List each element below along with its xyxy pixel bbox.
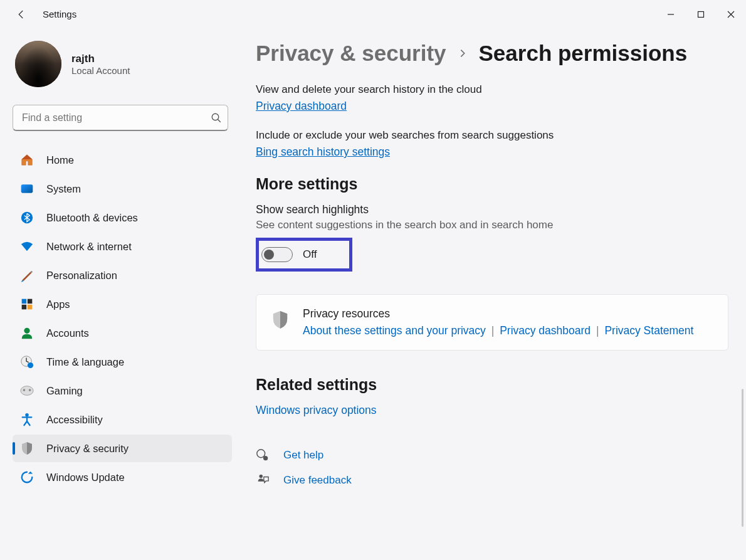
accounts-icon bbox=[20, 326, 34, 340]
svg-rect-5 bbox=[21, 185, 33, 193]
help-icon: ? bbox=[256, 448, 270, 462]
shield-icon bbox=[20, 441, 34, 455]
system-icon bbox=[20, 182, 34, 196]
toggle-state-label: Off bbox=[303, 248, 317, 261]
separator: | bbox=[596, 324, 599, 337]
sidebar-item-personalization[interactable]: Personalization bbox=[13, 262, 232, 289]
sidebar-item-label: Accessibility bbox=[46, 414, 103, 426]
svg-point-14 bbox=[21, 386, 33, 396]
sidebar-item-accessibility[interactable]: Accessibility bbox=[13, 406, 232, 433]
about-settings-link[interactable]: About these settings and your privacy bbox=[303, 324, 486, 337]
sidebar-item-windows-update[interactable]: Windows Update bbox=[13, 463, 232, 491]
sidebar-item-accounts[interactable]: Accounts bbox=[13, 319, 232, 347]
svg-point-17 bbox=[25, 413, 29, 417]
give-feedback-label: Give feedback bbox=[283, 474, 352, 487]
app-title: Settings bbox=[43, 9, 76, 19]
personalization-icon bbox=[20, 268, 34, 282]
separator: | bbox=[491, 324, 495, 337]
sidebar-item-label: Time & language bbox=[46, 356, 124, 368]
sidebar-item-label: Privacy & security bbox=[46, 443, 129, 455]
bluetooth-icon bbox=[20, 211, 34, 225]
get-help-link[interactable]: ? Get help bbox=[256, 448, 728, 462]
accessibility-icon bbox=[20, 413, 34, 426]
sidebar-item-label: Personalization bbox=[46, 270, 117, 282]
sidebar-item-label: System bbox=[46, 183, 81, 195]
sidebar-item-bluetooth[interactable]: Bluetooth & devices bbox=[13, 204, 232, 231]
sidebar-item-label: Accounts bbox=[46, 327, 89, 339]
search-highlights-toggle-row: Off bbox=[256, 238, 352, 272]
sidebar: rajth Local Account Home bbox=[0, 28, 238, 560]
shield-icon bbox=[271, 307, 289, 337]
titlebar: Settings bbox=[0, 0, 746, 28]
sidebar-item-apps[interactable]: Apps bbox=[13, 290, 232, 318]
page-title: Search permissions bbox=[479, 41, 688, 66]
minimize-button[interactable] bbox=[656, 2, 686, 27]
privacy-dashboard-link[interactable]: Privacy dashboard bbox=[256, 100, 347, 113]
related-settings-heading: Related settings bbox=[256, 376, 728, 394]
svg-point-18 bbox=[257, 450, 265, 458]
search-highlights-sub: See content suggestions in the search bo… bbox=[256, 219, 728, 231]
breadcrumb-parent[interactable]: Privacy & security bbox=[256, 41, 446, 66]
sidebar-item-label: Apps bbox=[46, 298, 70, 310]
sidebar-item-time-language[interactable]: Time & language bbox=[13, 348, 232, 376]
bing-history-link[interactable]: Bing search history settings bbox=[256, 145, 390, 159]
privacy-dashboard-link-2[interactable]: Privacy dashboard bbox=[500, 324, 591, 337]
search-highlights-toggle[interactable] bbox=[261, 247, 293, 262]
sidebar-item-privacy-security[interactable]: Privacy & security bbox=[13, 435, 232, 462]
svg-line-3 bbox=[218, 119, 221, 122]
time-language-icon bbox=[20, 355, 34, 369]
sidebar-item-label: Network & internet bbox=[46, 241, 132, 253]
avatar bbox=[15, 41, 61, 87]
privacy-resources-card: Privacy resources About these settings a… bbox=[256, 294, 728, 351]
breadcrumb: Privacy & security Search permissions bbox=[256, 41, 728, 66]
svg-rect-1 bbox=[698, 11, 704, 17]
search-input[interactable] bbox=[13, 105, 228, 131]
windows-update-icon bbox=[20, 470, 34, 484]
svg-text:?: ? bbox=[265, 457, 266, 460]
cloud-history-desc: View and delete your search history in t… bbox=[256, 83, 728, 96]
back-button[interactable] bbox=[15, 8, 28, 21]
scrollbar[interactable] bbox=[742, 389, 743, 527]
svg-point-16 bbox=[29, 389, 31, 391]
svg-rect-9 bbox=[22, 305, 27, 310]
sidebar-item-system[interactable]: System bbox=[13, 175, 232, 203]
gaming-icon bbox=[20, 384, 34, 398]
profile-block[interactable]: rajth Local Account bbox=[13, 41, 232, 87]
privacy-statement-link[interactable]: Privacy Statement bbox=[604, 324, 693, 337]
home-icon bbox=[20, 153, 34, 167]
profile-subtitle: Local Account bbox=[71, 65, 130, 76]
web-search-desc: Include or exclude your web searches fro… bbox=[256, 129, 728, 142]
svg-point-21 bbox=[260, 475, 263, 478]
chevron-right-icon bbox=[458, 45, 468, 62]
sidebar-item-label: Bluetooth & devices bbox=[46, 212, 138, 224]
profile-name: rajth bbox=[71, 53, 130, 65]
network-icon bbox=[20, 240, 34, 253]
svg-rect-10 bbox=[28, 305, 33, 310]
sidebar-item-network[interactable]: Network & internet bbox=[13, 233, 232, 260]
windows-privacy-options-link[interactable]: Windows privacy options bbox=[256, 404, 377, 417]
give-feedback-link[interactable]: Give feedback bbox=[256, 473, 728, 487]
more-settings-heading: More settings bbox=[256, 175, 728, 193]
svg-rect-8 bbox=[28, 299, 33, 304]
privacy-resources-title: Privacy resources bbox=[303, 307, 693, 320]
svg-point-2 bbox=[212, 114, 219, 120]
search-highlights-title: Show search highlights bbox=[256, 203, 728, 216]
get-help-label: Get help bbox=[283, 449, 323, 462]
sidebar-item-label: Windows Update bbox=[46, 472, 125, 483]
apps-icon bbox=[20, 297, 34, 311]
svg-point-11 bbox=[24, 328, 29, 334]
sidebar-item-label: Gaming bbox=[46, 385, 83, 397]
main-content: Privacy & security Search permissions Vi… bbox=[238, 28, 746, 560]
close-button[interactable] bbox=[716, 2, 746, 27]
sidebar-item-label: Home bbox=[46, 154, 74, 166]
svg-point-15 bbox=[23, 389, 26, 391]
svg-rect-7 bbox=[22, 299, 27, 304]
sidebar-item-gaming[interactable]: Gaming bbox=[13, 377, 232, 404]
toggle-knob bbox=[264, 250, 274, 260]
feedback-icon bbox=[256, 473, 270, 487]
sidebar-item-home[interactable]: Home bbox=[13, 146, 232, 174]
search-icon[interactable] bbox=[211, 112, 222, 124]
maximize-button[interactable] bbox=[686, 2, 716, 27]
svg-point-13 bbox=[28, 362, 33, 368]
